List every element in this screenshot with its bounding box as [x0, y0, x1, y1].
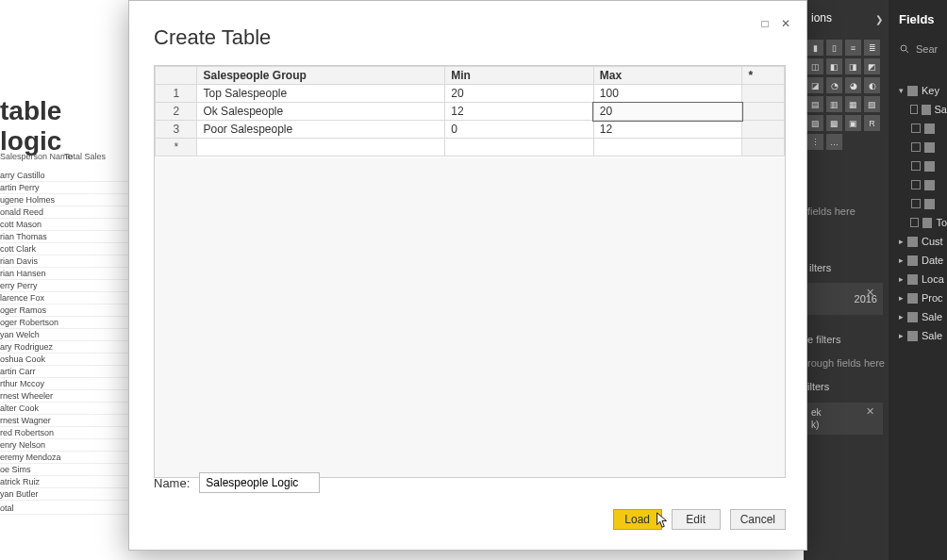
table-row: rian Hansen	[0, 268, 128, 280]
checkbox-icon[interactable]	[911, 199, 921, 208]
viz-icon[interactable]: ▥	[826, 96, 842, 112]
load-button[interactable]: Load	[613, 509, 662, 530]
cell-blank	[742, 85, 785, 103]
col-header-min[interactable]: Min	[445, 67, 594, 85]
edit-button[interactable]: Edit	[672, 509, 721, 530]
table-row: yan Butler	[0, 488, 128, 501]
checkbox-icon[interactable]	[911, 124, 921, 133]
close-icon[interactable]: ✕	[778, 16, 793, 31]
cell-max[interactable]: 20	[593, 103, 742, 121]
viz-icon[interactable]: ◧	[826, 58, 842, 74]
filters-section-visual: ilters	[809, 262, 831, 273]
viz-icon[interactable]: ▤	[807, 96, 823, 112]
field-group[interactable]: ▸Proc	[899, 288, 947, 307]
cell-max[interactable]: 12	[593, 121, 742, 139]
field-item[interactable]	[899, 138, 947, 156]
cell-max[interactable]	[593, 139, 742, 156]
filters-section-report: ilters	[807, 381, 829, 392]
viz-icon[interactable]: ≣	[864, 40, 880, 56]
table-row[interactable]: 3Poor Salespeople012	[156, 121, 785, 139]
viz-icon[interactable]: ⋮	[807, 134, 823, 150]
field-group[interactable]: ▸Date	[899, 251, 947, 270]
data-grid[interactable]: Salespeople Group Min Max * 1Top Salespe…	[154, 65, 786, 478]
viz-icon[interactable]: ◕	[845, 77, 861, 93]
field-item[interactable]: To	[899, 213, 947, 232]
search-icon	[899, 43, 910, 55]
field-item[interactable]	[899, 175, 947, 194]
caret-right-icon: ▸	[899, 274, 904, 284]
checkbox-icon[interactable]	[911, 180, 921, 189]
cell-group[interactable]: Ok Salespeople	[197, 103, 445, 121]
table-icon	[907, 293, 918, 304]
viz-icon[interactable]: ▩	[826, 115, 842, 131]
bg-th-sales: Total Sales	[64, 152, 106, 161]
cancel-button[interactable]: Cancel	[730, 509, 786, 530]
field-item[interactable]	[899, 156, 947, 175]
viz-icon[interactable]: ▦	[845, 96, 861, 112]
cell-group[interactable]: Top Salespeople	[197, 85, 445, 103]
fields-search[interactable]: Sear	[899, 43, 938, 55]
viz-icon[interactable]: ▯	[826, 40, 842, 56]
table-row: yan Welch	[0, 329, 128, 341]
viz-icon[interactable]: …	[826, 134, 842, 150]
cell-blank	[742, 121, 785, 139]
table-row[interactable]: 2Ok Salespeople1220	[156, 103, 785, 121]
table-row: onald Reed	[0, 206, 128, 219]
search-placeholder: Sear	[916, 43, 938, 55]
caret-right-icon: ▸	[899, 237, 904, 246]
checkbox-icon[interactable]	[910, 105, 919, 114]
cell-min[interactable]: 20	[445, 85, 594, 103]
field-group[interactable]: ▸Loca	[899, 270, 947, 288]
viz-icon[interactable]: ▧	[864, 96, 880, 112]
viz-icon[interactable]: ◩	[864, 58, 880, 74]
table-row[interactable]: 1Top Salespeople20100	[156, 85, 785, 103]
viz-icon[interactable]: ◔	[826, 77, 842, 93]
field-group[interactable]: ▸Sale	[899, 307, 947, 326]
fields-header: Fields	[899, 12, 935, 26]
bg-table-body: arry Castilloartin Perryugene Holmesonal…	[0, 170, 128, 515]
field-item[interactable]: Sa	[899, 100, 947, 119]
viz-icon[interactable]: ▣	[845, 115, 861, 131]
field-group[interactable]: ▸Cust	[899, 232, 947, 251]
table-row: cott Clark	[0, 243, 128, 255]
cell-min[interactable]	[445, 139, 594, 156]
viz-icon[interactable]: R	[864, 115, 880, 131]
column-icon	[924, 180, 935, 190]
field-table-label: Sale	[922, 311, 942, 322]
viz-icon[interactable]: ◨	[845, 58, 861, 74]
viz-icon[interactable]: ▨	[807, 115, 823, 131]
grid-fill	[155, 156, 785, 477]
viz-icon[interactable]: ◪	[807, 77, 823, 93]
viz-icon[interactable]: ◐	[864, 77, 880, 93]
col-header-blank[interactable]: *	[742, 67, 785, 85]
cell-group[interactable]: Poor Salespeople	[197, 121, 445, 139]
field-item[interactable]	[899, 194, 947, 213]
table-row: oger Ramos	[0, 305, 128, 317]
viz-icon[interactable]: ≡	[845, 40, 861, 56]
table-icon	[907, 237, 918, 247]
viz-icon[interactable]: ▮	[807, 40, 823, 56]
table-name-input[interactable]	[199, 472, 320, 493]
field-item[interactable]	[899, 119, 947, 138]
cell-min[interactable]: 0	[445, 121, 594, 139]
col-header-group[interactable]: Salespeople Group	[197, 67, 445, 85]
checkbox-icon[interactable]	[910, 218, 919, 227]
cell-group[interactable]	[197, 139, 445, 156]
table-row-new[interactable]: *	[156, 139, 785, 156]
checkbox-icon[interactable]	[911, 142, 921, 152]
close-icon[interactable]: ✕	[866, 287, 874, 299]
table-row: oger Robertson	[0, 317, 128, 329]
col-header-max[interactable]: Max	[593, 67, 742, 85]
table-row: artin Perry	[0, 182, 128, 194]
field-group[interactable]: ▸Sale	[899, 326, 947, 345]
viz-icon[interactable]: ◫	[807, 58, 823, 74]
maximize-icon[interactable]: □	[757, 16, 773, 31]
close-icon[interactable]: ✕	[866, 405, 874, 418]
cell-max[interactable]: 100	[593, 85, 742, 103]
checkbox-icon[interactable]	[911, 161, 921, 171]
field-group-key[interactable]: ▾Key	[899, 81, 947, 100]
chevron-right-icon[interactable]: ❯	[875, 14, 883, 25]
table-row: rnest Wheeler	[0, 390, 128, 403]
cell-min[interactable]: 12	[445, 103, 594, 121]
field-table-label: Cust	[922, 236, 943, 247]
